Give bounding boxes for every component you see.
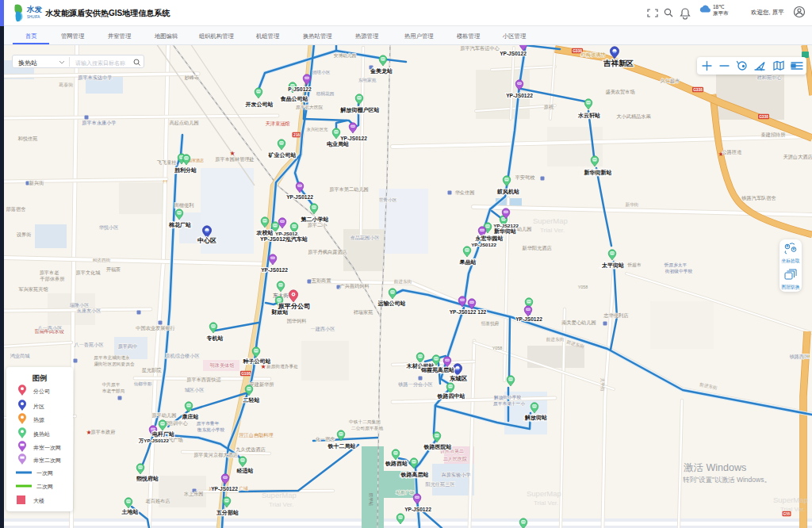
svg-text:康庄站: 康庄站: [182, 413, 199, 420]
svg-text:G108: G108: [241, 372, 251, 376]
svg-text:仙都华郡: 仙都华郡: [134, 381, 152, 387]
svg-text:前进东街: 前进东街: [393, 279, 412, 285]
svg-text:G338: G338: [759, 115, 768, 119]
svg-text:铁路高层站: 铁路高层站: [400, 471, 429, 478]
svg-text:天涯山大酒店: 天涯山大酒店: [783, 154, 812, 160]
svg-text:一建西小区: 一建西小区: [311, 326, 335, 332]
svg-text:八一香苑小区: 八一香苑小区: [74, 342, 103, 348]
svg-text:国华饲料: 国华饲料: [287, 318, 307, 324]
svg-text:五分部站: 五分部站: [216, 509, 239, 516]
svg-text:图层切换: 图层切换: [781, 284, 799, 290]
svg-text:广兴善鸡饲料: 广兴善鸡饲料: [339, 283, 369, 289]
svg-text:胜利分站: 胜利分站: [174, 167, 197, 174]
svg-text:新华街新站: 新华街新站: [584, 169, 612, 176]
svg-text:YP-JS0122: YP-JS0122: [471, 242, 496, 247]
svg-text:新兴街: 新兴街: [29, 180, 44, 186]
svg-text:街初级中学校: 街初级中学校: [665, 269, 692, 274]
svg-text:永宏华园站: 永宏华园站: [475, 235, 504, 242]
svg-text:康街社区居民委员会: 康街社区居民委员会: [94, 362, 135, 367]
svg-text:秦建招待所: 秦建招待所: [761, 132, 787, 138]
svg-text:原平黄河京都大酒店: 原平黄河京都大酒店: [193, 452, 239, 458]
svg-text:飞飞童桂: 飞飞童桂: [157, 159, 178, 166]
svg-text:18℃: 18℃: [713, 4, 725, 10]
svg-text:铁路四中站: 铁路四中站: [437, 392, 465, 400]
svg-text:原平市政府: 原平市政府: [91, 429, 116, 434]
svg-text:天津童涵馆: 天津童涵馆: [266, 121, 291, 127]
svg-text:铁路一分会小区: 铁路一分会小区: [397, 381, 432, 388]
svg-text:原平文化城: 原平文化城: [76, 270, 102, 276]
svg-text:前进东街: 前进东街: [546, 337, 565, 342]
svg-text:P-JS0122: P-JS0122: [288, 86, 312, 92]
svg-text:YP-JS0122: YP-JS0122: [404, 507, 431, 512]
svg-text:田楷便利: 田楷便利: [174, 202, 194, 209]
svg-text:原平北大医院: 原平北大医院: [296, 105, 323, 110]
svg-text:原祝: 原祝: [544, 104, 554, 110]
svg-text:Y058: Y058: [578, 285, 588, 289]
svg-text:原平幼儿园: 原平幼儿园: [152, 412, 177, 419]
svg-text:★: ★: [260, 363, 266, 370]
svg-text:SHUIFA: SHUIFA: [27, 15, 40, 19]
svg-text:和济西街: 和济西街: [93, 258, 111, 263]
svg-text:坐标拾取: 坐标拾取: [780, 258, 799, 264]
svg-text:团结小区: 团结小区: [312, 70, 331, 75]
svg-text:铁路西区: 铁路西区: [789, 354, 810, 360]
svg-text:中心区: 中心区: [197, 237, 216, 244]
svg-text:原平丹枫白露酒店: 原平丹枫白露酒店: [308, 249, 347, 255]
svg-text:二人民医院: 二人民医院: [443, 456, 467, 462]
svg-text:YP-JS2122: YP-JS2122: [493, 223, 519, 228]
svg-text:SuperMap: SuperMap: [773, 495, 808, 504]
svg-text:市老干部局: 市老干部局: [102, 388, 125, 394]
svg-text:果品站: 果品站: [459, 259, 477, 266]
svg-text:原平汽车客运中心: 原平汽车客运中心: [460, 45, 500, 52]
svg-text:原平市园林管理处: 原平市园林管理处: [215, 156, 255, 163]
svg-text:Trial Ver.: Trial Ver.: [780, 506, 805, 513]
svg-text:星光影院: 星光影院: [142, 367, 163, 373]
svg-text:††: ††: [163, 179, 168, 184]
svg-text:解放街小学校: 解放街小学校: [494, 395, 521, 400]
svg-text:YP-JS0122: YP-JS0122: [500, 51, 527, 56]
svg-text:专机站: 专机站: [206, 335, 224, 342]
svg-text:久仁超市: 久仁超市: [661, 78, 680, 84]
svg-text:志华便利店: 志华便利店: [603, 312, 630, 319]
svg-text:熙悦府站: 熙悦府站: [136, 475, 159, 482]
svg-text:运输公司站: 运输公司站: [377, 300, 406, 307]
svg-text:兴原实验小学: 兴原实验小学: [441, 472, 470, 478]
svg-text:和悦佳苑: 和悦佳苑: [17, 136, 38, 142]
svg-text:安建新华所: 安建新华所: [250, 381, 275, 388]
svg-text:第二小学站: 第二小学站: [301, 216, 329, 223]
svg-text:YP-JS0122: YP-JS0122: [261, 267, 288, 273]
svg-text:原平市西营快运: 原平市西营快运: [186, 377, 220, 383]
svg-text:Y058: Y058: [492, 346, 503, 350]
svg-text:永兴社区光: 永兴社区光: [307, 127, 329, 132]
svg-text:土地站: 土地站: [121, 509, 139, 515]
svg-text:新华街: 新华街: [625, 202, 638, 208]
svg-text:鸿业尚城: 鸿业尚城: [10, 353, 31, 358]
svg-text:原平市第二幼儿园: 原平市第二幼儿园: [329, 186, 369, 193]
svg-text:水发: 水发: [26, 5, 43, 13]
svg-text:二轻站: 二轻站: [243, 397, 260, 404]
svg-text:九久优选酒店: 九久优选酒店: [236, 446, 266, 453]
svg-text:农校站: 农校站: [256, 229, 274, 236]
svg-text:原平市青年: 原平市青年: [197, 421, 220, 426]
svg-text:YP-JS0122: YP-JS0122: [506, 93, 533, 98]
svg-text:阳光住苑三区: 阳光住苑三区: [425, 481, 454, 488]
svg-text:设界街: 设界街: [17, 231, 32, 238]
svg-text:世青小区: 世青小区: [379, 197, 397, 202]
svg-text:忻原乡太平: 忻原乡太平: [664, 262, 688, 267]
svg-text:Trial Ver.: Trial Ver.: [269, 501, 293, 508]
svg-text:新华街站: 新华街站: [493, 228, 516, 235]
svg-text:铁路西站: 铁路西站: [385, 461, 408, 467]
svg-text:公路匝道: 公路匝道: [722, 149, 742, 155]
svg-text:YP-JS0122: YP-JS0122: [515, 316, 542, 322]
svg-text:锦霞苑高层站: 锦霞苑高层站: [420, 366, 454, 373]
svg-text:电杆厂站: 电杆厂站: [152, 431, 174, 438]
svg-text:原平二小: 原平二小: [308, 222, 328, 228]
svg-text:鼓风机站: 鼓风机站: [496, 189, 519, 195]
svg-text:原平市实达中学: 原平市实达中学: [78, 75, 112, 80]
svg-text:原平市第十一小: 原平市第十一小: [493, 401, 525, 406]
svg-text:原平站: 原平站: [368, 492, 373, 506]
svg-text:中共原平: 中共原平: [102, 382, 121, 387]
svg-text:218: 218: [293, 133, 300, 137]
svg-text:涅江山自助料理: 涅江山自助料理: [239, 432, 273, 438]
svg-text:祥瑞家苑: 祥瑞家苑: [354, 309, 373, 316]
